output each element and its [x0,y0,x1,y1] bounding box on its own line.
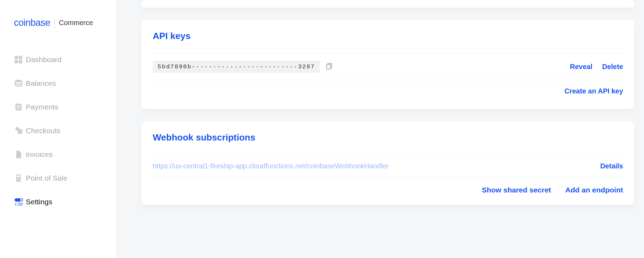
sidebar-item-pos[interactable]: Point of Sale [0,166,116,190]
sidebar-nav: Dashboard Balances Payments Checkouts [0,48,116,214]
svg-rect-3 [19,60,22,63]
api-key-actions: Reveal Delete [570,63,623,71]
api-key-box: 5bd7890b-·····-····-····-········3297 [153,61,333,73]
sidebar-item-label: Balances [26,79,56,88]
svg-point-15 [17,180,18,180]
sidebar-item-label: Settings [26,198,52,206]
copy-icon[interactable] [325,62,333,71]
sidebar-item-label: Payments [26,103,58,111]
sidebar-item-label: Checkouts [26,127,60,135]
logo-sub: Commerce [59,19,93,27]
sidebar: coinbase Commerce Dashboard Balances [0,0,116,258]
svg-rect-2 [15,60,18,63]
reveal-button[interactable]: Reveal [570,63,592,71]
sidebar-item-label: Invoices [26,150,53,159]
svg-point-14 [19,178,20,179]
checkout-icon [14,125,26,136]
svg-rect-1 [19,56,22,59]
add-endpoint-button[interactable]: Add an endpoint [565,186,623,194]
svg-point-16 [19,180,20,180]
receipt-icon [14,101,26,113]
create-api-key-button[interactable]: Create an API key [565,87,623,95]
svg-rect-7 [17,107,21,107]
create-api-key-row: Create an API key [153,80,623,102]
svg-point-13 [17,178,18,179]
toggles-icon [14,196,26,207]
logo-separator [54,18,55,28]
card-top-cutoff [142,0,634,8]
api-key-row: 5bd7890b-·····-····-····-········3297 Re… [153,53,623,80]
webhook-details-button[interactable]: Details [600,162,623,170]
webhooks-card: Webhook subscriptions https://us-central… [142,122,634,205]
sidebar-item-label: Point of Sale [26,174,67,182]
sidebar-item-checkouts[interactable]: Checkouts [0,119,116,143]
dashboard-icon [14,54,26,65]
webhook-row: https://us-central1-fireship-app.cloudfu… [153,155,623,177]
svg-point-20 [16,203,18,205]
svg-rect-19 [15,203,23,206]
separator [558,185,558,195]
svg-rect-22 [327,64,331,69]
svg-rect-8 [17,108,20,109]
sidebar-item-payments[interactable]: Payments [0,95,116,119]
svg-rect-6 [17,105,21,106]
svg-rect-12 [17,175,20,177]
show-shared-secret-button[interactable]: Show shared secret [482,186,551,194]
webhook-url[interactable]: https://us-central1-fireship-app.cloudfu… [153,162,389,170]
svg-rect-11 [16,174,21,182]
svg-rect-10 [18,129,22,134]
sidebar-item-label: Dashboard [26,55,62,64]
webhooks-title: Webhook subscriptions [153,132,623,143]
svg-rect-0 [15,56,18,59]
sidebar-item-dashboard[interactable]: Dashboard [0,48,116,71]
svg-point-4 [15,80,22,83]
sidebar-item-invoices[interactable]: Invoices [0,143,116,166]
pos-icon [14,173,26,184]
svg-point-18 [20,199,22,201]
logo: coinbase Commerce [0,17,116,28]
delete-button[interactable]: Delete [602,63,623,71]
main-content: API keys 5bd7890b-·····-····-····-······… [116,0,644,258]
webhooks-footer-actions: Show shared secret Add an endpoint [153,177,623,198]
sidebar-item-settings[interactable]: Settings [0,190,116,214]
invoice-icon [14,149,26,160]
coins-icon [14,78,26,89]
logo-brand: coinbase [14,17,50,28]
api-keys-card: API keys 5bd7890b-·····-····-····-······… [142,20,634,109]
api-key-value: 5bd7890b-·····-····-····-········3297 [153,61,320,73]
api-keys-title: API keys [153,31,623,41]
sidebar-item-balances[interactable]: Balances [0,71,116,95]
